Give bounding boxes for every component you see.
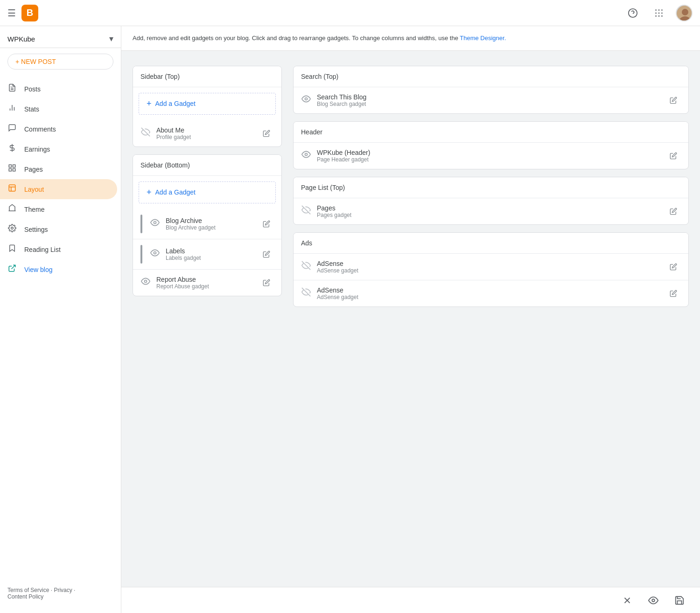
preview-button[interactable]	[644, 591, 663, 610]
sidebar-footer: Terms of Service · Privacy · Content Pol…	[0, 581, 121, 606]
privacy-link[interactable]: Privacy	[54, 587, 72, 593]
grid-icon[interactable]	[650, 4, 668, 22]
pages-gadget-edit-button[interactable]	[666, 204, 681, 219]
report-abuse-edit-button[interactable]	[259, 275, 274, 290]
blog-name: WPKube	[7, 35, 35, 43]
svg-point-34	[305, 153, 308, 156]
adsense-1-edit-button[interactable]	[666, 259, 681, 274]
blog-archive-edit-button[interactable]	[259, 216, 274, 231]
posts-icon	[7, 84, 17, 94]
svg-point-6	[658, 12, 660, 14]
content-policy-link[interactable]: Content Policy	[7, 593, 43, 600]
svg-point-9	[658, 15, 660, 17]
sidebar-item-posts[interactable]: Posts	[0, 79, 117, 99]
labels-visibility-icon[interactable]	[150, 248, 160, 260]
stats-icon	[7, 104, 17, 114]
search-blog-name: Search This Blog	[317, 93, 660, 101]
new-post-button[interactable]: + NEW POST	[7, 54, 113, 70]
comments-icon	[7, 124, 17, 134]
wpkube-header-gadget: WPKube (Header) Page Header gadget	[294, 143, 688, 169]
pages-gadget: Pages Pages gadget	[294, 198, 688, 224]
save-button[interactable]	[670, 591, 689, 610]
svg-line-28	[12, 265, 15, 269]
adsense-1-name: AdSense	[317, 260, 660, 267]
blogger-logo: B	[21, 5, 38, 21]
adsense-2-visibility-icon[interactable]	[301, 287, 311, 299]
blog-archive-gadget: Blog Archive Blog Archive gadget	[133, 209, 281, 239]
about-me-edit-button[interactable]	[259, 126, 274, 141]
adsense-2-type: AdSense gadget	[317, 294, 660, 300]
svg-rect-21	[13, 165, 15, 167]
pages-icon	[7, 164, 17, 174]
svg-rect-20	[9, 165, 11, 167]
help-icon[interactable]	[623, 4, 642, 22]
bottom-bar	[121, 587, 700, 613]
sidebar-item-layout[interactable]: Layout	[0, 179, 117, 199]
about-me-visibility-icon[interactable]	[140, 127, 151, 139]
layout-label: Layout	[24, 186, 44, 193]
blog-archive-visibility-icon[interactable]	[150, 218, 160, 230]
blog-selector: WPKube ▾	[0, 26, 121, 48]
adsense-2-edit-button[interactable]	[666, 286, 681, 301]
search-blog-type: Blog Search gadget	[317, 101, 660, 107]
labels-edit-button[interactable]	[259, 247, 274, 262]
posts-label: Posts	[24, 85, 41, 93]
sidebar-item-comments[interactable]: Comments	[0, 119, 117, 139]
search-blog-visibility-icon[interactable]	[301, 94, 311, 106]
svg-rect-23	[9, 169, 11, 171]
pages-gadget-name: Pages	[317, 204, 660, 212]
blog-archive-drag-handle[interactable]	[140, 215, 142, 233]
svg-point-8	[655, 15, 657, 17]
svg-point-5	[655, 12, 657, 14]
terms-link[interactable]: Terms of Service	[7, 587, 49, 593]
add-gadget-sidebar-top[interactable]: + Add a Gadget	[139, 93, 276, 115]
adsense-1-visibility-icon[interactable]	[301, 261, 311, 272]
avatar[interactable]	[676, 5, 693, 21]
nav-items: Posts Stats Comments	[0, 75, 121, 581]
sidebar-item-settings[interactable]: Settings	[0, 219, 117, 239]
adsense-1-type: AdSense gadget	[317, 267, 660, 274]
sidebar-item-earnings[interactable]: Earnings	[0, 139, 117, 159]
add-gadget-bottom-label: Add a Gadget	[155, 188, 196, 196]
search-blog-edit-button[interactable]	[666, 93, 681, 108]
report-abuse-info: Report Abuse Report Abuse gadget	[156, 276, 253, 290]
labels-info: Labels Labels gadget	[166, 247, 253, 261]
info-bar: Add, remove and edit gadgets on your blo…	[121, 26, 700, 51]
pages-visibility-icon[interactable]	[301, 205, 311, 217]
wpkube-header-edit-button[interactable]	[666, 148, 681, 163]
svg-point-4	[661, 9, 663, 11]
settings-label: Settings	[24, 226, 48, 233]
dropdown-icon[interactable]: ▾	[109, 34, 113, 44]
add-gadget-sidebar-bottom[interactable]: + Add a Gadget	[139, 181, 276, 203]
search-blog-gadget: Search This Blog Blog Search gadget	[294, 87, 688, 113]
sidebar-item-stats[interactable]: Stats	[0, 99, 117, 119]
wpkube-header-visibility-icon[interactable]	[301, 150, 311, 161]
adsense-1-gadget: AdSense AdSense gadget	[294, 254, 688, 280]
adsense-2-gadget: AdSense AdSense gadget	[294, 280, 688, 306]
about-me-type: Profile gadget	[156, 134, 253, 140]
view-blog-icon	[7, 264, 17, 275]
wpkube-header-name: WPKube (Header)	[317, 149, 660, 156]
sidebar-item-pages[interactable]: Pages	[0, 159, 117, 179]
close-button[interactable]	[618, 591, 637, 610]
svg-point-12	[682, 9, 688, 15]
adsense-2-info: AdSense AdSense gadget	[317, 286, 660, 300]
svg-point-33	[305, 98, 308, 100]
svg-point-7	[661, 12, 663, 14]
report-abuse-visibility-icon[interactable]	[140, 277, 151, 288]
labels-drag-handle[interactable]	[140, 245, 142, 264]
ads-title: Ads	[294, 233, 688, 254]
theme-designer-link[interactable]: Theme Designer.	[460, 35, 506, 42]
svg-point-3	[658, 9, 660, 11]
svg-point-30	[154, 222, 156, 224]
sidebar-item-view-blog[interactable]: View blog	[0, 259, 117, 279]
sidebar-item-theme[interactable]: Theme	[0, 199, 117, 219]
hamburger-icon[interactable]: ☰	[7, 7, 16, 19]
svg-point-10	[661, 15, 663, 17]
svg-point-32	[145, 280, 147, 283]
earnings-label: Earnings	[24, 146, 50, 153]
svg-point-31	[154, 252, 156, 254]
sidebar-item-reading-list[interactable]: Reading List	[0, 239, 117, 259]
view-blog-label: View blog	[24, 266, 52, 273]
search-top-section: Search (Top) Search This Blog Blog Sea	[293, 66, 689, 114]
